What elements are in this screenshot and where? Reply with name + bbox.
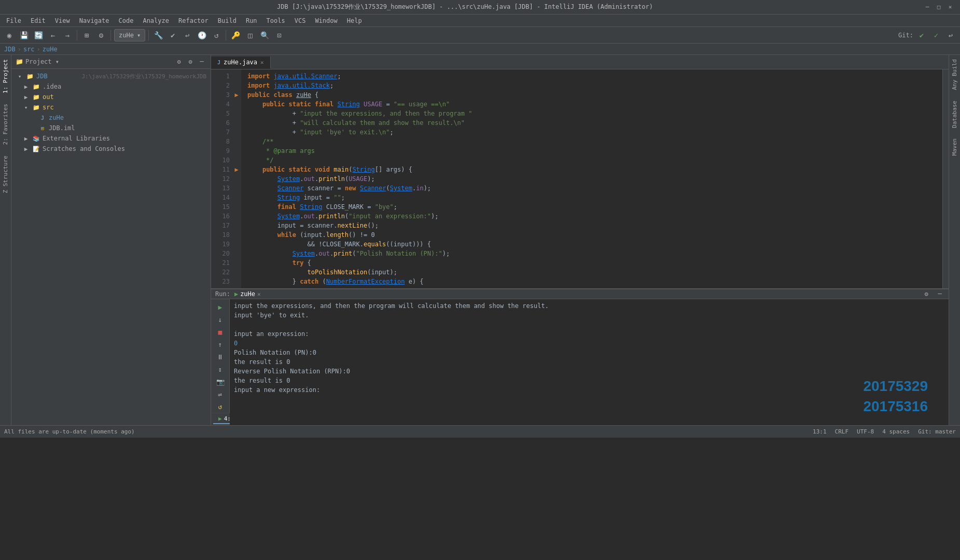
scratch-icon: 📝 [32, 145, 40, 153]
breadcrumb-src[interactable]: src [23, 46, 35, 53]
toolbar-revert-btn[interactable]: ↩ [181, 29, 193, 41]
expand-icon-scratches: ▶ [22, 145, 30, 153]
tree-item-jdbiml[interactable]: ⊞ JDB.iml [11, 123, 211, 133]
menu-run[interactable]: Run [242, 16, 261, 25]
console-settings-btn[interactable]: ⚙ [922, 289, 931, 299]
code-content[interactable]: import java.util.Scanner; import java.ut… [241, 69, 942, 288]
toolbar-check-btn[interactable]: ✔ [166, 29, 179, 41]
tree-label-out: out [43, 93, 206, 101]
menu-navigate[interactable]: Navigate [75, 16, 114, 25]
menu-view[interactable]: View [51, 16, 74, 25]
console-stop-btn[interactable]: ■ [215, 326, 226, 338]
breadcrumb-zuhe[interactable]: zuHe [43, 46, 58, 53]
side-label-database[interactable]: Database [951, 101, 958, 128]
console-wrap2-btn[interactable]: ⇌ [215, 388, 226, 400]
run-configuration-dropdown[interactable]: zuHe ▾ [114, 29, 145, 41]
console-wrap-btn[interactable]: ↕ [215, 363, 226, 375]
menu-analyze[interactable]: Analyze [138, 16, 173, 25]
console-tabs: Run: ▶ zuHe ✕ ⚙ ─ [211, 289, 949, 299]
toolbar-save-btn[interactable]: 💾 [18, 29, 30, 41]
console-area: Run: ▶ zuHe ✕ ⚙ ─ ▶ ↓ ■ ↑ ⏸ ↕ [211, 288, 949, 413]
side-label-project[interactable]: 1: Project [2, 59, 9, 93]
editor-tabs: J zuHe.java ✕ [211, 55, 949, 69]
console-step-up-btn[interactable]: ↑ [215, 339, 226, 350]
status-encoding[interactable]: UTF-8 [857, 428, 874, 435]
menu-code[interactable]: Code [115, 16, 138, 25]
sidebar-gear-btn[interactable]: ⚙ [186, 57, 195, 66]
right-scrollbar[interactable] [942, 69, 949, 288]
menu-window[interactable]: Window [311, 16, 341, 25]
console-line-1: input the expressions, and then the prog… [234, 301, 944, 311]
status-position[interactable]: 13:1 [813, 428, 827, 435]
toolbar-forward-btn[interactable]: → [61, 29, 74, 41]
toolbar-rebuild-btn[interactable]: 🔧 [152, 29, 164, 41]
console-line-3: input an expression: [234, 329, 944, 339]
status-vcs[interactable]: Git: master [918, 428, 956, 435]
breadcrumb-jdb[interactable]: JDB [4, 46, 16, 53]
menu-refactor[interactable]: Refactor [174, 16, 213, 25]
console-run-btn[interactable]: ▶ [215, 301, 226, 313]
console-camera-btn[interactable]: 📷 [215, 376, 226, 387]
console-rerun-btn[interactable]: ↺ [215, 401, 226, 412]
console-step-down-btn[interactable]: ↓ [215, 314, 226, 325]
minimize-button[interactable]: ─ [924, 4, 931, 11]
window-controls[interactable]: ─ □ ✕ [924, 4, 954, 11]
side-label-favorites[interactable]: 2: Favorites [2, 104, 9, 145]
toolbar-target-btn[interactable]: ⊞ [80, 29, 93, 41]
sidebar: 📁 Project ▾ ⚙ ⚙ ─ ▾ 📁 JDB J:\java\175329… [11, 55, 211, 425]
toolbar-undo-btn[interactable]: ↺ [210, 29, 222, 41]
tree-label-jdbiml: JDB.iml [49, 124, 206, 132]
status-indent[interactable]: 4 spaces [882, 428, 910, 435]
toolbar-back-btn[interactable]: ← [47, 29, 59, 41]
console-toolbar: ▶ ↓ ■ ↑ ⏸ ↕ 📷 ⇌ ↺ 🗑 [211, 299, 230, 425]
toolbar-git-revert-btn[interactable]: ↩ [944, 29, 957, 41]
menu-edit[interactable]: Edit [26, 16, 50, 25]
toolbar-coverage-btn[interactable]: ◫ [244, 29, 256, 41]
toolbar-project-btn[interactable]: ◉ [3, 29, 16, 41]
toolbar-multirun-btn[interactable]: ⊡ [273, 29, 285, 41]
menu-build[interactable]: Build [214, 16, 241, 25]
toolbar-sync-btn[interactable]: 🔄 [32, 29, 45, 41]
console-pause-btn[interactable]: ⏸ [215, 351, 226, 362]
toolbar-sep-2 [110, 30, 111, 40]
tree-item-zuhe[interactable]: J zuHe [11, 113, 211, 123]
sidebar-config-btn[interactable]: ⚙ [174, 57, 184, 66]
status-line-ending[interactable]: CRLF [835, 428, 849, 435]
tree-item-src[interactable]: ▾ 📁 src [11, 102, 211, 113]
console-line-2: input 'bye' to exit. [234, 311, 944, 320]
menu-tools[interactable]: Tools [262, 16, 289, 25]
maximize-button[interactable]: □ [935, 4, 942, 11]
console-tab-run-label: Run: [215, 290, 230, 298]
menu-vcs[interactable]: VCS [290, 16, 310, 25]
tree-item-out[interactable]: ▶ 📁 out [11, 92, 211, 102]
watermark: 20175329 20175316 [863, 376, 928, 416]
tab-close-btn[interactable]: ✕ [260, 59, 264, 66]
toolbar-search-btn[interactable]: 🔍 [258, 29, 271, 41]
editor-tab-zuhe[interactable]: J zuHe.java ✕ [211, 57, 271, 69]
editor-console-area: J zuHe.java ✕ 1 2 3 4 5 6 7 8 9 10 11 12… [211, 55, 949, 425]
side-label-maven[interactable]: Maven [951, 138, 958, 156]
tree-item-idea[interactable]: ▶ 📁 .idea [11, 81, 211, 92]
toolbar-settings-btn[interactable]: ⚙ [95, 29, 107, 41]
console-line-5: the result is 0 [234, 357, 944, 367]
toolbar-wrench-btn[interactable]: 🔑 [229, 29, 242, 41]
folder-icon-idea: 📁 [32, 82, 40, 91]
tree-label-jdb: JDB [36, 73, 78, 80]
console-tab-close[interactable]: ✕ [257, 291, 261, 298]
toolbar-git-ok-btn[interactable]: ✓ [930, 29, 942, 41]
status-right: 13:1 CRLF UTF-8 4 spaces Git: master [813, 428, 956, 435]
toolbar-history-btn[interactable]: 🕐 [196, 29, 208, 41]
tree-item-jdb[interactable]: ▾ 📁 JDB J:\java\175329作业\175329_homework… [11, 71, 211, 81]
tree-item-scratches[interactable]: ▶ 📝 Scratches and Consoles [11, 144, 211, 154]
side-label-structure[interactable]: Z Structure [2, 156, 9, 193]
menu-file[interactable]: File [2, 16, 25, 25]
menu-help[interactable]: Help [343, 16, 366, 25]
sidebar-minimize-btn[interactable]: ─ [197, 57, 206, 66]
tree-item-extlib[interactable]: ▶ 📚 External Libraries [11, 133, 211, 144]
console-minimize-btn[interactable]: ─ [935, 289, 944, 299]
toolbar-git-check-btn[interactable]: ✔ [915, 29, 928, 41]
close-button[interactable]: ✕ [947, 4, 954, 11]
code-editor[interactable]: 1 2 3 4 5 6 7 8 9 10 11 12 13 14 15 16 1… [211, 69, 949, 288]
console-tab-zuhe[interactable]: ▶ zuHe ✕ [234, 290, 261, 298]
side-label-build[interactable]: Any Build [951, 59, 958, 90]
